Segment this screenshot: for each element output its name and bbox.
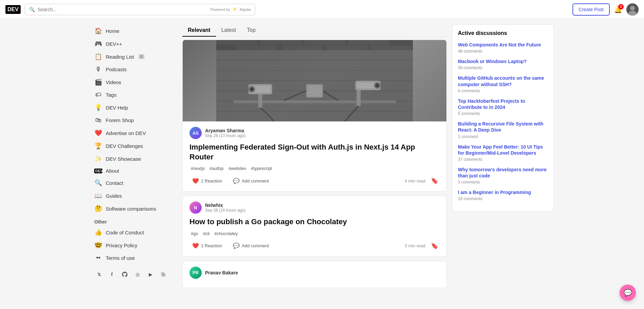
discussion-link-8[interactable]: I am a Beginner in Programming [458,190,531,195]
other-section-title: Other [90,215,177,226]
discussion-link-5[interactable]: Building a Recursive File System with Re… [458,121,543,133]
sidebar-item-privacy-policy[interactable]: 🤓 Privacy Policy [90,239,177,252]
instagram-icon[interactable]: ◎ [133,270,142,279]
main-feed: Relevant Latest Top [182,24,447,292]
sidebar-item-software-comparisons[interactable]: 🤔 Software comparisons [90,202,177,215]
svg-rect-11 [326,45,367,50]
author-name-1[interactable]: Aryaman Sharma [205,128,245,133]
discussion-link-4[interactable]: Top Hacktoberfest Projects to Contribute… [458,98,525,110]
svg-rect-7 [304,40,345,45]
bookmark-button-2[interactable]: 🔖 [429,241,440,251]
article-title-1[interactable]: Implementing Federated Sign-Out with Aut… [189,142,440,162]
twitch-icon[interactable]: ▶ [146,270,155,279]
sidebar-item-home[interactable]: 🏠 Home [90,24,177,37]
tag-chocolatey[interactable]: #chocolatey [213,230,239,237]
facebook-icon[interactable]: f [107,270,117,279]
reaction-button-1[interactable]: ❤️ 1 Reaction [189,176,225,186]
article-title-2[interactable]: How to publish a Go package on Chocolate… [189,217,440,227]
svg-rect-35 [307,85,322,97]
sidebar-item-videos[interactable]: 🎬 Videos [90,76,177,89]
sidebar-item-contact[interactable]: 🔍 Contact [90,176,177,189]
sidebar-item-podcasts[interactable]: 🎙 Podcasts [90,63,177,76]
tags-icon: 🏷 [94,91,102,98]
sidebar-item-code-of-conduct[interactable]: 👍 Code of Conduct [90,226,177,239]
active-discussions-title: Active discussions [458,30,548,36]
create-post-button[interactable]: Create Post [572,3,610,16]
discussion-item-3: Multiple GitHub accounts on the same com… [458,75,548,93]
mastodon-icon[interactable]: 🐘 [159,270,168,279]
discussion-link-1[interactable]: Web Components Are Not the Future [458,42,541,47]
discussion-item-2: Macbook or Windows Laptop? 39 comments [458,58,548,70]
discussion-link-2[interactable]: Macbook or Windows Laptop? [458,59,527,64]
sidebar-label-podcasts: Podcasts [106,66,127,72]
svg-point-1 [630,6,635,11]
discussion-link-3[interactable]: Multiple GitHub accounts on the same com… [458,75,544,87]
discussion-item-5: Building a Recursive File System with Re… [458,121,548,139]
dev-logo[interactable]: DEV [5,5,21,14]
search-icon: 🔍 [29,7,35,12]
sidebar-item-about[interactable]: DEV About [90,165,177,176]
author-avatar-3[interactable]: PB [189,267,202,279]
comment-button-1[interactable]: 💬 Add comment [230,176,271,186]
sidebar-label-reading-list: Reading List [106,54,134,60]
user-avatar[interactable] [626,3,639,16]
terms-icon: •• [94,254,102,262]
tag-webdev[interactable]: #webdev [227,165,247,172]
algolia-badge: Powered by ⚡ Algolia [210,7,251,12]
sidebar-label-dev-challenges: DEV Challenges [106,143,143,149]
sidebar-item-tags[interactable]: 🏷 Tags [90,89,177,101]
sidebar-item-dev-challenges[interactable]: 🏆 DEV Challenges [90,139,177,152]
article-hero-image[interactable] [183,40,446,121]
main-layout: 🏠 Home 🎮 DEV++ 📋 Reading List 5 🎙 Podcas… [85,19,559,297]
tag-nextjs[interactable]: #nextjs [189,165,206,172]
podcasts-icon: 🎙 [94,66,102,73]
sidebar-item-forem-shop[interactable]: 🛍 Forem Shop [90,114,177,127]
author-name-3[interactable]: Pranav Bakare [205,270,238,275]
discussion-item-6: Make Your App Feel Better: 10 UI Tips fo… [458,144,548,162]
tab-top[interactable]: Top [241,24,261,37]
svg-rect-20 [233,100,396,103]
tag-go[interactable]: #go [189,230,200,237]
sidebar-label-dev-help: DEV Help [106,105,128,111]
sidebar-label-terms-of-use: Terms of use [106,255,135,261]
reading-list-icon: 📋 [94,53,102,60]
dev-help-icon: 💡 [94,104,102,111]
comment-button-2[interactable]: 💬 Add comment [230,241,271,250]
discussion-item-1: Web Components Are Not the Future 48 com… [458,42,548,54]
sidebar-item-guides[interactable]: 📖 Guides [90,189,177,202]
discussion-link-6[interactable]: Make Your App Feel Better: 10 UI Tips fo… [458,144,543,156]
author-avatar-1[interactable]: AS [189,127,202,139]
sidebar-item-reading-list[interactable]: 📋 Reading List 5 [90,50,177,63]
discussion-comments-3: 6 comments [458,89,548,93]
sidebar-item-dev-showcase[interactable]: ✨ DEV Showcase [90,152,177,165]
discussion-comments-2: 39 comments [458,65,548,70]
tab-relevant[interactable]: Relevant [182,24,216,37]
tab-latest[interactable]: Latest [216,24,242,37]
search-input[interactable] [38,7,208,12]
discussion-comments-5: 1 comment [458,134,548,139]
article-meta-2: 3 min read 🔖 [405,241,440,251]
bookmark-button-1[interactable]: 🔖 [429,176,440,186]
svg-rect-21 [233,103,396,104]
reaction-button-2[interactable]: ❤️ 1 Reaction [189,241,225,250]
social-footer: 𝕏 f ◎ ▶ 🐘 [90,267,177,282]
github-icon[interactable] [120,270,129,279]
article-body-3: PB Pranav Bakare [183,261,446,288]
tag-typescript[interactable]: #typescript [249,165,274,172]
notification-button[interactable]: 🔔 2 [614,5,622,14]
floating-action-button[interactable]: 💬 [620,285,636,297]
twitter-icon[interactable]: 𝕏 [94,270,104,279]
search-bar[interactable]: 🔍 Powered by ⚡ Algolia [25,4,255,15]
sidebar-nav: 🏠 Home 🎮 DEV++ 📋 Reading List 5 🎙 Podcas… [90,24,177,282]
comment-label-2: Add comment [242,243,269,248]
sidebar-item-dev-help[interactable]: 💡 DEV Help [90,101,177,114]
discussion-link-7[interactable]: Why tomorrow's developers need more than… [458,167,547,178]
tag-authjs[interactable]: #authjs [208,165,225,172]
sidebar-item-terms-of-use[interactable]: •• Terms of use [90,252,177,264]
sidebar-item-advertise[interactable]: ❤️ Advertise on DEV [90,127,177,139]
tag-cli[interactable]: #cli [202,230,211,237]
author-name-2[interactable]: Nelwhix [205,202,245,208]
sidebar-item-devpp[interactable]: 🎮 DEV++ [90,37,177,50]
author-avatar-2[interactable]: N [189,201,202,214]
article-date-1: Sep 28 (13 hours ago) [205,133,245,138]
